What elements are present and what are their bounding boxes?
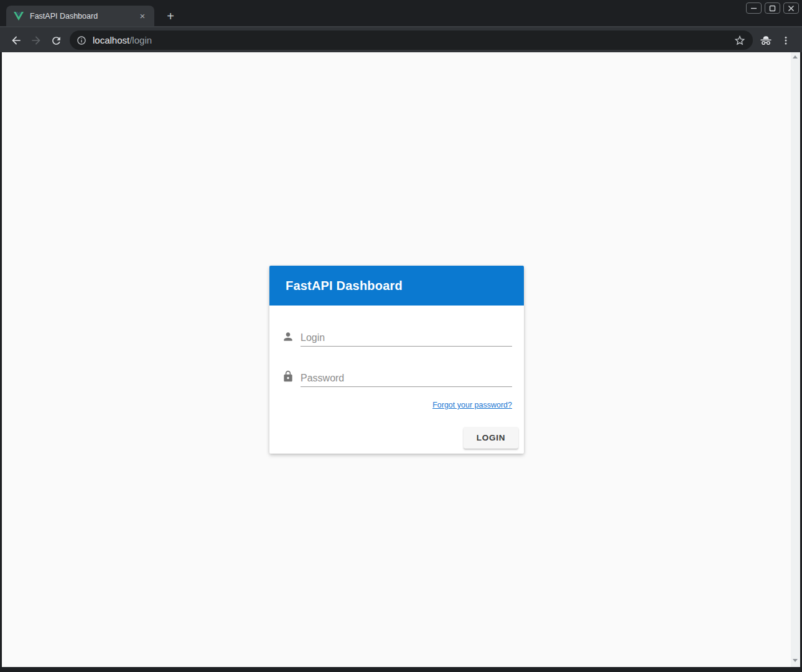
forgot-password-link[interactable]: Forgot your password? [432, 401, 512, 409]
reload-icon [50, 35, 62, 47]
reload-button[interactable] [47, 32, 65, 49]
new-tab-button[interactable]: + [162, 8, 179, 24]
login-card-title: FastAPI Dashboard [286, 279, 403, 293]
forward-button[interactable] [27, 32, 45, 49]
address-bar[interactable]: localhost/login [70, 30, 753, 50]
person-icon [282, 330, 294, 343]
scroll-down-icon[interactable] [793, 659, 798, 662]
browser-tab[interactable]: FastAPI Dashboard × [6, 6, 154, 26]
tab-title: FastAPI Dashboard [30, 12, 137, 21]
page-info-icon[interactable] [77, 35, 86, 45]
close-icon [788, 5, 795, 12]
login-card-body: Forgot your password? LOGIN [269, 306, 524, 454]
back-arrow-icon [10, 34, 22, 47]
maximize-button[interactable] [765, 2, 780, 14]
page-scrollbar[interactable] [791, 52, 800, 667]
incognito-indicator-icon [757, 32, 775, 49]
lock-icon [282, 370, 294, 383]
window-controls [746, 2, 799, 14]
kebab-menu-icon [780, 35, 791, 46]
minimize-icon [750, 5, 757, 12]
tab-close-icon[interactable]: × [137, 11, 148, 22]
titlebar: FastAPI Dashboard × + [0, 0, 802, 26]
browser-window: FastAPI Dashboard × + [0, 0, 802, 672]
login-input[interactable] [301, 329, 512, 347]
scroll-up-icon[interactable] [793, 55, 798, 58]
bookmark-star-icon[interactable] [734, 34, 746, 47]
login-card-header: FastAPI Dashboard [269, 266, 524, 306]
browser-toolbar: localhost/login [0, 26, 802, 52]
login-card: FastAPI Dashboard Forgot your password? … [269, 266, 524, 454]
close-button[interactable] [783, 2, 799, 14]
browser-menu-button[interactable] [777, 32, 795, 49]
password-input[interactable] [301, 370, 512, 387]
login-submit-button[interactable]: LOGIN [464, 427, 518, 449]
url-text: localhost/login [93, 35, 152, 45]
url-host: localhost [93, 35, 129, 45]
forward-arrow-icon [30, 34, 42, 47]
url-path: /login [129, 35, 152, 45]
maximize-icon [769, 5, 776, 12]
back-button[interactable] [7, 32, 25, 49]
page-viewport: FastAPI Dashboard Forgot your password? … [2, 52, 800, 667]
vue-favicon-icon [14, 11, 24, 21]
minimize-button[interactable] [746, 2, 762, 14]
